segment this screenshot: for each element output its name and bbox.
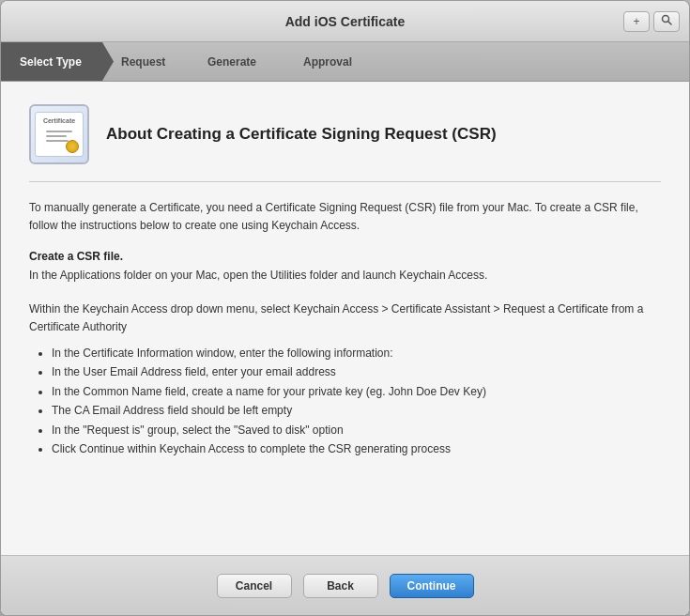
- svg-line-1: [668, 22, 671, 24]
- cert-icon-inner: Certificate: [35, 112, 84, 157]
- step-generate[interactable]: Generate: [192, 42, 296, 81]
- continue-button[interactable]: Continue: [390, 574, 474, 598]
- titlebar: Add iOS Certificate +: [1, 1, 689, 42]
- section-body: In the Applications folder on your Mac, …: [29, 267, 661, 285]
- bullet-list: In the Certificate Information window, e…: [29, 344, 661, 458]
- intro-text: To manually generate a Certificate, you …: [29, 199, 661, 235]
- footer: Cancel Back Continue: [1, 555, 689, 615]
- svg-point-0: [663, 16, 669, 23]
- cert-medal: [66, 140, 79, 153]
- titlebar-buttons: +: [623, 11, 680, 32]
- add-icon: +: [633, 15, 639, 28]
- content-area: Certificate About Creating a Certificate…: [1, 82, 689, 615]
- step-approval[interactable]: Approval: [288, 42, 391, 81]
- main-window: Add iOS Certificate + Select Type Reques…: [0, 0, 690, 616]
- header-section: Certificate About Creating a Certificate…: [29, 104, 661, 164]
- step-approval-label: Approval: [288, 42, 371, 81]
- bullet-item: In the User Email Address field, enter y…: [52, 362, 661, 381]
- bullet-item: The CA Email Address field should be lef…: [52, 401, 661, 420]
- back-button[interactable]: Back: [303, 574, 378, 598]
- bullet-item: Click Continue within Keychain Access to…: [52, 439, 661, 458]
- cert-line-3: [46, 140, 69, 142]
- cert-line-2: [46, 135, 67, 137]
- page-title: About Creating a Certificate Signing Req…: [106, 125, 497, 144]
- step-generate-label: Generate: [192, 42, 275, 81]
- add-button[interactable]: +: [623, 11, 650, 32]
- content-inner: Certificate About Creating a Certificate…: [1, 82, 689, 555]
- window-title: Add iOS Certificate: [285, 14, 406, 29]
- step-select-type-label: Select Type: [5, 42, 100, 81]
- step-request[interactable]: Request: [106, 42, 200, 81]
- bullet-item: In the Certificate Information window, e…: [52, 344, 661, 362]
- cert-line-1: [46, 131, 72, 132]
- bullet-item: In the Common Name field, create a name …: [52, 382, 661, 401]
- bullet-item: In the "Request is" group, select the "S…: [52, 421, 661, 439]
- cancel-button[interactable]: Cancel: [217, 574, 292, 598]
- step-select-type[interactable]: Select Type: [1, 42, 114, 81]
- cert-small-label: Certificate: [36, 117, 83, 124]
- section-title: Create a CSR file.: [29, 250, 661, 263]
- search-icon: [661, 14, 672, 28]
- search-button[interactable]: [653, 11, 680, 32]
- divider: [29, 181, 661, 182]
- step-request-label: Request: [106, 42, 184, 81]
- certificate-icon: Certificate: [29, 104, 89, 164]
- steps-bar: Select Type Request Generate Approval: [1, 42, 689, 82]
- menu-instruction: Within the Keychain Access drop down men…: [29, 300, 661, 336]
